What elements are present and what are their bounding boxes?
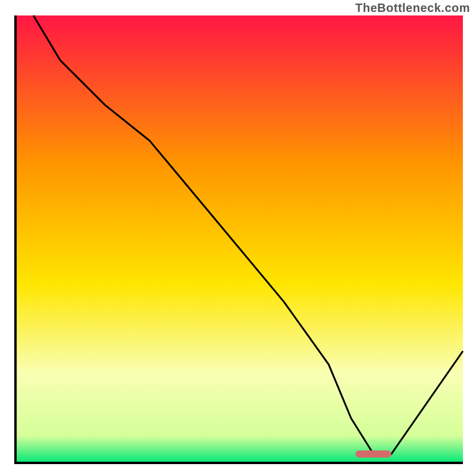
chart-container: TheBottleneck.com [0,0,476,476]
bottleneck-chart [0,0,476,476]
attribution-text: TheBottleneck.com [355,1,470,15]
optimal-marker [356,450,392,458]
